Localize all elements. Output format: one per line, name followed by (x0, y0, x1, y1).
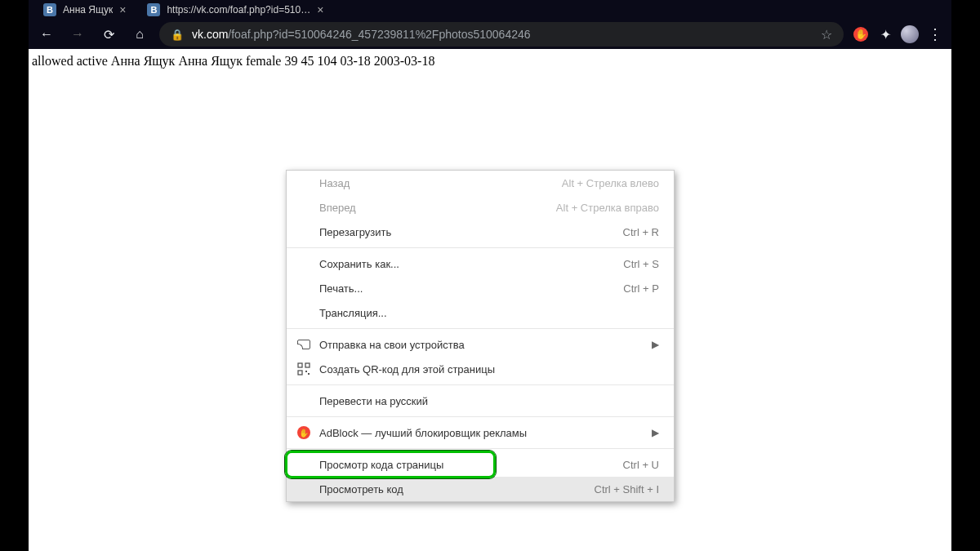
ctx-print[interactable]: Печать... Ctrl + P (287, 276, 674, 300)
devices-icon (296, 337, 311, 352)
ctx-shortcut: Alt + Стрелка влево (562, 177, 659, 189)
back-button[interactable]: ← (35, 23, 58, 46)
ctx-label: Создать QR-код для этой страницы (319, 363, 495, 375)
home-button[interactable]: ⌂ (128, 23, 151, 46)
ctx-adblock[interactable]: ✋ AdBlock — лучший блокировщик рекламы ▶ (287, 420, 674, 445)
ctx-label: Трансляция... (319, 307, 387, 319)
ctx-inspect[interactable]: Просмотреть код Ctrl + Shift + I (287, 477, 674, 501)
ctx-shortcut: Ctrl + S (623, 258, 659, 270)
tab-bar: B Анна Ящук × B https://vk.com/foaf.php?… (29, 0, 951, 20)
ctx-label: Просмотр кода страницы (319, 459, 443, 471)
qr-icon (296, 362, 311, 376)
toolbar: ← → ⟳ ⌂ 🔒 vk.com/foaf.php?id=510064246_4… (29, 20, 951, 49)
svg-rect-0 (298, 363, 302, 367)
ctx-label: Отправка на свои устройства (319, 339, 465, 351)
ctx-shortcut: Alt + Стрелка вправо (556, 202, 659, 214)
separator (287, 416, 674, 417)
forward-button[interactable]: → (66, 23, 89, 46)
svg-rect-2 (298, 371, 302, 375)
browser-tab-2[interactable]: B https://vk.com/foaf.php?id=510… × (139, 0, 332, 20)
ctx-shortcut: Ctrl + U (623, 459, 659, 471)
ctx-send-to-devices[interactable]: Отправка на свои устройства ▶ (287, 332, 674, 357)
adblock-extension-icon[interactable]: ✋ (852, 25, 870, 43)
vk-favicon: B (147, 3, 160, 16)
url-host: vk.com (192, 28, 228, 41)
ctx-create-qr[interactable]: Создать QR-код для этой страницы (287, 357, 674, 381)
ctx-label: Назад (319, 177, 350, 189)
separator (287, 247, 674, 248)
adblock-icon: ✋ (296, 425, 311, 440)
profile-avatar[interactable] (901, 25, 919, 43)
ctx-shortcut: Ctrl + Shift + I (595, 483, 659, 495)
ctx-label: Перевести на русский (319, 395, 428, 407)
context-menu: Назад Alt + Стрелка влево Вперед Alt + С… (286, 170, 675, 502)
browser-chrome: B Анна Ящук × B https://vk.com/foaf.php?… (29, 0, 951, 49)
svg-rect-1 (305, 363, 310, 367)
close-icon[interactable]: × (119, 4, 126, 16)
extensions-icon[interactable]: ✦ (876, 25, 894, 43)
lock-icon: 🔒 (171, 29, 184, 41)
close-icon[interactable]: × (317, 4, 323, 16)
ctx-label: Вперед (319, 202, 356, 214)
ctx-label: Просмотреть код (319, 483, 403, 495)
address-bar[interactable]: 🔒 vk.com/foaf.php?id=510064246_457239811… (159, 22, 844, 47)
svg-rect-4 (308, 373, 310, 375)
ctx-view-source[interactable]: Просмотр кода страницы Ctrl + U (287, 452, 674, 477)
ctx-label: Сохранить как... (319, 258, 399, 270)
extensions-area: ✋ ✦ ⋮ (852, 25, 945, 43)
svg-rect-3 (305, 371, 307, 372)
page-content: allowed active Анна Ящук Анна Ящук femal… (29, 49, 951, 551)
ctx-label: Печать... (319, 282, 363, 295)
ctx-label: AdBlock — лучший блокировщик рекламы (319, 427, 527, 439)
chevron-right-icon: ▶ (652, 339, 659, 350)
tab-title: Анна Ящук (63, 4, 113, 16)
browser-tab-1[interactable]: B Анна Ящук × (35, 0, 134, 20)
ctx-label: Перезагрузить (319, 226, 391, 238)
ctx-forward[interactable]: Вперед Alt + Стрелка вправо (287, 195, 674, 220)
separator (287, 448, 674, 449)
url-path: /foaf.php?id=510064246_457239811%2Fphoto… (228, 28, 530, 41)
bookmark-star-icon[interactable]: ☆ (821, 27, 832, 42)
chevron-right-icon: ▶ (652, 427, 659, 438)
browser-menu-icon[interactable]: ⋮ (925, 25, 945, 43)
tab-title: https://vk.com/foaf.php?id=510… (167, 4, 310, 16)
vk-favicon: B (43, 3, 56, 16)
separator (287, 328, 674, 329)
ctx-reload[interactable]: Перезагрузить Ctrl + R (287, 220, 674, 244)
separator (287, 384, 674, 385)
ctx-cast[interactable]: Трансляция... (287, 300, 674, 325)
reload-button[interactable]: ⟳ (97, 23, 120, 46)
ctx-translate[interactable]: Перевести на русский (287, 389, 674, 413)
ctx-save-as[interactable]: Сохранить как... Ctrl + S (287, 251, 674, 276)
ctx-back[interactable]: Назад Alt + Стрелка влево (287, 171, 674, 195)
ctx-shortcut: Ctrl + P (623, 282, 659, 295)
ctx-shortcut: Ctrl + R (623, 226, 659, 238)
page-body-text: allowed active Анна Ящук Анна Ящук femal… (29, 49, 951, 73)
